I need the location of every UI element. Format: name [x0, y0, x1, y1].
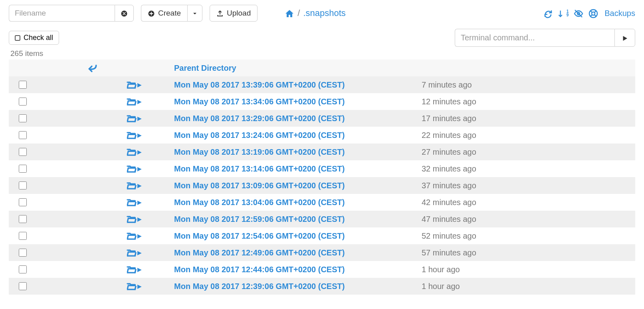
snapshot-age: 27 minutes ago: [422, 148, 634, 157]
snapshot-age: 32 minutes ago: [422, 164, 634, 173]
folder-open-icon[interactable]: ▶: [126, 147, 142, 157]
snapshot-name-link[interactable]: Mon May 08 2017 12:54:06 GMT+0200 (CEST): [174, 231, 345, 240]
row-checkbox[interactable]: [19, 114, 27, 122]
folder-open-icon[interactable]: ▶: [126, 281, 142, 291]
snapshot-age: 52 minutes ago: [422, 231, 634, 241]
list-item: ▶ Mon May 08 2017 13:39:06 GMT+0200 (CES…: [9, 76, 635, 93]
row-checkbox[interactable]: [19, 249, 27, 257]
row-checkbox[interactable]: [19, 131, 27, 139]
caret-right-icon: ▶: [137, 249, 142, 256]
breadcrumb-separator: /: [297, 8, 300, 18]
sort-indicator: 19: [567, 10, 569, 17]
view-tools: 19 Backups: [543, 8, 635, 18]
create-button-group: Create: [141, 5, 202, 22]
folder-open-icon[interactable]: ▶: [126, 180, 142, 191]
clear-icon: [121, 9, 128, 18]
row-checkbox[interactable]: [19, 148, 27, 156]
caret-right-icon: ▶: [137, 165, 142, 172]
file-listing: Parent Directory ▶ Mon May 08 2017 13:39…: [9, 60, 635, 295]
play-icon: [621, 33, 628, 42]
breadcrumb-current[interactable]: .snapshots: [303, 8, 345, 18]
snapshot-name-link[interactable]: Mon May 08 2017 13:14:06 GMT+0200 (CEST): [174, 164, 345, 173]
caret-down-icon: [192, 9, 197, 18]
row-checkbox[interactable]: [19, 282, 27, 290]
upload-button[interactable]: Upload: [210, 5, 258, 22]
caret-right-icon: ▶: [137, 266, 142, 273]
toggle-hidden-icon[interactable]: [573, 8, 584, 18]
snapshot-age: 42 minutes ago: [422, 198, 634, 207]
folder-open-icon[interactable]: ▶: [126, 130, 142, 140]
folder-open-icon[interactable]: ▶: [126, 96, 142, 107]
folder-open-icon[interactable]: ▶: [126, 247, 142, 258]
folder-open-icon[interactable]: ▶: [126, 113, 142, 124]
refresh-icon[interactable]: [543, 8, 553, 18]
caret-right-icon: ▶: [137, 182, 142, 189]
filename-input[interactable]: [9, 5, 115, 22]
folder-open-icon[interactable]: ▶: [126, 214, 142, 224]
sort-button[interactable]: 19: [558, 8, 569, 18]
row-checkbox[interactable]: [19, 165, 27, 173]
snapshot-age: 22 minutes ago: [422, 131, 634, 140]
filename-input-group: [9, 5, 134, 22]
caret-right-icon: ▶: [137, 199, 142, 205]
snapshot-name-link[interactable]: Mon May 08 2017 12:44:06 GMT+0200 (CEST): [174, 265, 345, 274]
upload-button-label: Upload: [227, 9, 251, 18]
snapshot-age: 12 minutes ago: [422, 97, 634, 106]
terminal-run-button[interactable]: [614, 29, 635, 47]
snapshot-name-link[interactable]: Mon May 08 2017 12:59:06 GMT+0200 (CEST): [174, 215, 345, 223]
list-item: ▶ Mon May 08 2017 12:39:06 GMT+0200 (CES…: [9, 278, 635, 295]
list-item: ▶ Mon May 08 2017 12:44:06 GMT+0200 (CES…: [9, 261, 635, 278]
folder-open-icon[interactable]: ▶: [126, 163, 142, 174]
snapshot-name-link[interactable]: Mon May 08 2017 13:24:06 GMT+0200 (CEST): [174, 131, 345, 140]
row-checkbox[interactable]: [19, 198, 27, 206]
list-item: ▶ Mon May 08 2017 13:29:06 GMT+0200 (CES…: [9, 110, 635, 127]
list-item: ▶ Mon May 08 2017 13:34:06 GMT+0200 (CES…: [9, 93, 635, 110]
breadcrumb: / .snapshots: [285, 8, 346, 18]
snapshot-name-link[interactable]: Mon May 08 2017 13:39:06 GMT+0200 (CEST): [174, 80, 345, 89]
backups-link[interactable]: Backups: [604, 9, 635, 18]
row-checkbox[interactable]: [19, 81, 27, 89]
create-button-label: Create: [158, 9, 181, 18]
svg-point-4: [592, 12, 595, 15]
snapshot-name-link[interactable]: Mon May 08 2017 13:29:06 GMT+0200 (CEST): [174, 114, 345, 123]
snapshot-name-link[interactable]: Mon May 08 2017 13:34:06 GMT+0200 (CEST): [174, 97, 345, 106]
list-item: ▶ Mon May 08 2017 13:14:06 GMT+0200 (CES…: [9, 160, 635, 177]
snapshot-age: 57 minutes ago: [422, 248, 634, 257]
row-checkbox[interactable]: [19, 215, 27, 223]
snapshot-age: 7 minutes ago: [422, 80, 634, 90]
caret-right-icon: ▶: [137, 283, 142, 289]
terminal-command-group: [455, 29, 635, 47]
caret-right-icon: ▶: [137, 216, 142, 222]
parent-directory-row[interactable]: Parent Directory: [9, 60, 635, 76]
caret-right-icon: ▶: [137, 149, 142, 155]
list-item: ▶ Mon May 08 2017 13:09:06 GMT+0200 (CES…: [9, 177, 635, 194]
row-checkbox[interactable]: [19, 98, 27, 106]
item-count: 265 items: [10, 49, 635, 58]
folder-open-icon[interactable]: ▶: [126, 80, 142, 90]
terminal-input[interactable]: [455, 29, 614, 47]
caret-right-icon: ▶: [137, 233, 142, 239]
folder-open-icon[interactable]: ▶: [126, 231, 142, 241]
create-button[interactable]: Create: [141, 5, 187, 22]
snapshot-name-link[interactable]: Mon May 08 2017 13:19:06 GMT+0200 (CEST): [174, 148, 345, 156]
check-all-button[interactable]: Check all: [9, 31, 59, 45]
row-checkbox[interactable]: [19, 265, 27, 273]
row-checkbox[interactable]: [19, 232, 27, 240]
row-checkbox[interactable]: [19, 181, 27, 189]
breadcrumb-home[interactable]: [285, 8, 294, 18]
folder-open-icon[interactable]: ▶: [126, 197, 142, 207]
folder-open-icon[interactable]: ▶: [126, 264, 142, 275]
snapshot-name-link[interactable]: Mon May 08 2017 12:49:06 GMT+0200 (CEST): [174, 248, 345, 257]
caret-right-icon: ▶: [137, 115, 142, 122]
snapshot-name-link[interactable]: Mon May 08 2017 13:09:06 GMT+0200 (CEST): [174, 181, 345, 190]
checkbox-outline-icon: [15, 35, 20, 41]
list-item: ▶ Mon May 08 2017 13:24:06 GMT+0200 (CES…: [9, 127, 635, 144]
life-ring-icon[interactable]: [589, 8, 598, 18]
snapshot-age: 37 minutes ago: [422, 181, 634, 190]
snapshot-name-link[interactable]: Mon May 08 2017 12:39:06 GMT+0200 (CEST): [174, 282, 345, 291]
clear-filename-button[interactable]: [115, 5, 134, 22]
create-dropdown-toggle[interactable]: [187, 5, 202, 22]
parent-directory-label[interactable]: Parent Directory: [174, 64, 236, 72]
snapshot-name-link[interactable]: Mon May 08 2017 13:04:06 GMT+0200 (CEST): [174, 198, 345, 207]
list-item: ▶ Mon May 08 2017 12:59:06 GMT+0200 (CES…: [9, 211, 635, 227]
